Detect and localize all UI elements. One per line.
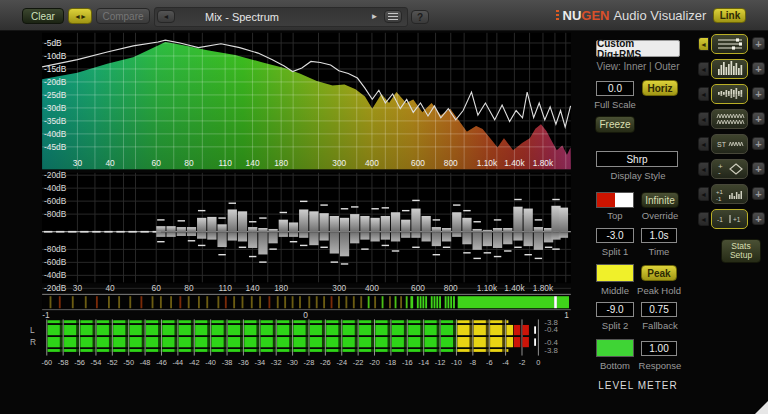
top-color-swatch[interactable] (596, 192, 634, 208)
meter-channel-label-l: L (30, 325, 35, 335)
difference-freq-label: 1.40k (504, 283, 525, 293)
strip-tab-stereo-waveform[interactable]: ◄ (698, 137, 709, 151)
view-button-waveform-hatch[interactable] (711, 109, 748, 129)
response-input[interactable]: 1.00 (641, 341, 677, 356)
stereo-waveform-icon: ST (714, 136, 746, 152)
add-view-button-1[interactable]: + (752, 37, 765, 50)
spectrum-freq-label: 1.10k (477, 158, 498, 168)
horiz-button[interactable]: Horiz (642, 80, 678, 96)
strip-tab-vectorscope[interactable]: ◄ (698, 162, 709, 176)
freeze-button[interactable]: Freeze (595, 116, 635, 133)
split2-label: Split 2 (596, 320, 634, 331)
meter-scale-label: -26 (320, 358, 331, 367)
meter-scale-label: -16 (402, 358, 413, 367)
add-view-button-7[interactable]: + (752, 187, 765, 200)
spectrum-db-label: -30dB (44, 103, 67, 113)
meter-scale-label: -52 (107, 358, 118, 367)
spectrum-db-label: -15dB (44, 64, 67, 74)
view-button-mirror-spectrum[interactable] (711, 84, 748, 104)
view-button-plusminus-history[interactable]: +1-1 (711, 184, 748, 204)
strip-tab-meter-sliders[interactable]: ◄ (698, 37, 709, 51)
meter-scale-label: 0 (536, 358, 540, 367)
view-button-spectrum-bars[interactable] (711, 59, 748, 79)
meter-mode-select[interactable]: Custom Dig+RMS (596, 40, 680, 57)
spectrum-freq-label: 800 (444, 158, 458, 168)
nugen-logo-mark (556, 10, 559, 21)
difference-freq-label: 30 (73, 283, 83, 293)
add-view-button-4[interactable]: + (752, 112, 765, 125)
strip-tab-correlation-scale[interactable]: ◄ (698, 212, 709, 226)
meter-scale-label: -40 (205, 358, 216, 367)
full-scale-input[interactable]: 0.0 (596, 81, 634, 96)
display-style-select[interactable]: Shrp (596, 151, 678, 167)
view-button-meter-sliders[interactable] (711, 34, 748, 54)
split2-input[interactable]: -9.0 (596, 302, 634, 317)
spectrum-freq-label: 180 (274, 158, 288, 168)
spectrum-db-label: -5dB (44, 38, 62, 48)
play-button[interactable]: ► (367, 10, 382, 23)
view-button-correlation-scale[interactable]: -1+1 (711, 209, 748, 229)
view-button-stereo-waveform[interactable]: ST (711, 134, 748, 154)
spectrum-freq-label: 110 (219, 158, 233, 168)
meter-scale-label: -38 (222, 358, 233, 367)
peak-hold-button[interactable]: Peak (641, 265, 677, 281)
bottom-color-swatch[interactable] (596, 339, 634, 357)
spectrum-db-label: -45dB (44, 142, 67, 152)
ab-compare-arrows-button[interactable]: ◄► (68, 8, 92, 24)
top-swatch-right (615, 193, 633, 207)
add-view-button-8[interactable]: + (752, 212, 765, 225)
split1-input[interactable]: -3.0 (596, 228, 634, 243)
meter-scale-label: -10 (451, 358, 462, 367)
meter-scale-label: -54 (91, 358, 102, 367)
preset-name[interactable]: Mix - Spectrum (205, 11, 279, 23)
help-button[interactable]: ? (411, 10, 429, 24)
view-button-vectorscope[interactable]: +- (711, 159, 748, 179)
meter-sliders-icon (714, 36, 746, 52)
resize-handle[interactable] (755, 401, 768, 414)
spectrum-freq-label: 140 (246, 158, 260, 168)
middle-color-swatch[interactable] (596, 264, 634, 282)
fallback-input[interactable]: 0.75 (641, 302, 677, 317)
add-view-button-6[interactable]: + (752, 162, 765, 175)
brand-name: NUGEN (563, 8, 610, 23)
spectrum-freq-label: 300 (332, 158, 346, 168)
difference-freq-label: 40 (105, 283, 115, 293)
correlation-label-zero: 0 (303, 310, 308, 320)
spectrum-freq-label: 40 (105, 158, 115, 168)
previous-preset-button[interactable]: ◄ (157, 10, 175, 23)
add-view-button-2[interactable]: + (752, 62, 765, 75)
clear-button[interactable]: Clear (22, 8, 64, 24)
meter-scale-label: -60 (41, 358, 52, 367)
strip-tab-waveform-hatch[interactable]: ◄ (698, 112, 709, 126)
view-mode-label[interactable]: View: Inner | Outer (590, 61, 686, 72)
compare-button[interactable]: Compare (96, 8, 150, 24)
strip-tab-plusminus-history[interactable]: ◄ (698, 187, 709, 201)
toolbar: Clear ◄► Compare ◄ Mix - Spectrum ► ? NU… (0, 0, 768, 31)
meter-scale-label: -20 (369, 358, 380, 367)
preset-list-button[interactable] (384, 10, 402, 23)
spectrum-bars-icon (714, 61, 746, 77)
svg-text:-: - (718, 168, 721, 177)
time-input[interactable]: 1.0s (641, 228, 677, 243)
spectrum-freq-label: 60 (152, 158, 162, 168)
strip-tab-spectrum-bars[interactable]: ◄ (698, 62, 709, 76)
stats-setup-button[interactable]: StatsSetup (721, 239, 761, 263)
vectorscope-icon: +- (714, 161, 746, 177)
meter-scale-label: -30 (287, 358, 298, 367)
link-button[interactable]: Link (713, 8, 746, 23)
svg-text:+1: +1 (733, 216, 741, 223)
strip-tab-mirror-spectrum[interactable]: ◄ (698, 87, 709, 101)
add-view-button-5[interactable]: + (752, 137, 765, 150)
top-label: Top (596, 210, 634, 221)
time-label: Time (641, 246, 677, 257)
override-button[interactable]: Infinite (641, 192, 679, 208)
meter-scale-label: -4 (502, 358, 509, 367)
difference-freq-label: 800 (444, 283, 458, 293)
difference-freq-label: 60 (152, 283, 162, 293)
add-view-button-3[interactable]: + (752, 87, 765, 100)
difference-freq-label: 1.10k (477, 283, 498, 293)
brand-product: Audio Visualizer (613, 8, 706, 23)
correlation-label-max: 1 (564, 310, 569, 320)
difference-freq-label: 1.80k (533, 283, 554, 293)
difference-freq-label: 110 (219, 283, 233, 293)
